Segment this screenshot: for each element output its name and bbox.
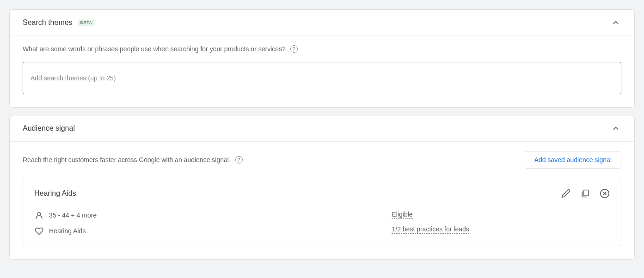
- svg-point-4: [37, 212, 40, 215]
- interest-row: Hearing Aids: [34, 226, 383, 236]
- audience-details-right: Eligible 1/2 best practices for leads: [383, 211, 610, 236]
- add-saved-audience-button[interactable]: Add saved audience signal: [525, 151, 621, 169]
- search-themes-input[interactable]: [23, 62, 621, 94]
- help-icon[interactable]: ?: [235, 156, 243, 163]
- interest-text: Hearing Aids: [49, 227, 86, 235]
- search-themes-card: Search themes BETA What are some words o…: [9, 9, 635, 108]
- svg-rect-0: [584, 190, 589, 196]
- demographics-text: 35 - 44 + 4 more: [49, 212, 97, 219]
- help-icon[interactable]: ?: [290, 45, 298, 53]
- chevron-up-icon[interactable]: [610, 123, 621, 134]
- search-themes-header-left: Search themes BETA: [23, 18, 95, 27]
- audience-signal-description-row: Reach the right customers faster across …: [23, 156, 243, 163]
- best-practices-link[interactable]: 1/2 best practices for leads: [392, 225, 469, 234]
- person-icon: [34, 211, 43, 220]
- demographics-row: 35 - 44 + 4 more: [34, 211, 383, 220]
- heart-icon: [34, 226, 43, 236]
- audience-details: 35 - 44 + 4 more Hearing Aids Eligible: [34, 211, 610, 236]
- edit-icon[interactable]: [561, 188, 571, 199]
- audience-item-header: Hearing Aids: [34, 188, 610, 199]
- audience-item-name: Hearing Aids: [34, 189, 76, 198]
- audience-signal-card: Audience signal Reach the right customer…: [9, 115, 635, 260]
- status-row: Eligible: [392, 211, 610, 219]
- audience-signal-header[interactable]: Audience signal: [10, 115, 634, 142]
- audience-signal-title: Audience signal: [23, 124, 75, 133]
- chevron-up-icon[interactable]: [610, 17, 621, 28]
- beta-badge: BETA: [78, 19, 95, 26]
- copy-icon[interactable]: [580, 188, 590, 199]
- remove-icon[interactable]: [600, 188, 610, 199]
- audience-signal-body: Reach the right customers faster across …: [10, 142, 634, 259]
- status-link[interactable]: Eligible: [392, 211, 412, 219]
- search-themes-title: Search themes: [23, 18, 73, 27]
- search-themes-description-row: What are some words or phrases people us…: [23, 45, 298, 53]
- practices-row: 1/2 best practices for leads: [392, 225, 610, 234]
- audience-signal-description: Reach the right customers faster across …: [23, 156, 231, 163]
- search-themes-body: What are some words or phrases people us…: [10, 36, 634, 107]
- search-themes-description: What are some words or phrases people us…: [23, 45, 286, 53]
- audience-item-card: Hearing Aids: [23, 178, 621, 246]
- audience-item-actions: [561, 188, 610, 199]
- search-themes-header[interactable]: Search themes BETA: [10, 10, 634, 36]
- audience-details-left: 35 - 44 + 4 more Hearing Aids: [34, 211, 383, 236]
- audience-signal-header-left: Audience signal: [23, 124, 75, 133]
